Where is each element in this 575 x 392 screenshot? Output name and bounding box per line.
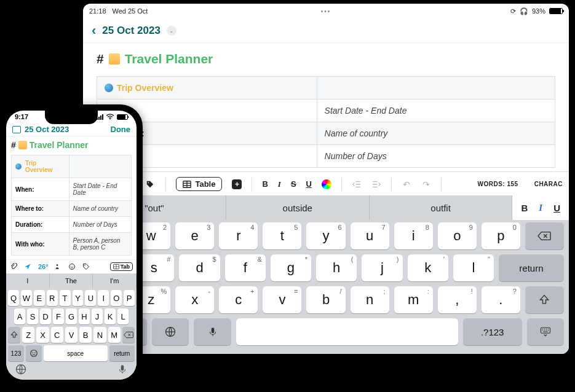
key-d[interactable]: D xyxy=(40,308,51,324)
calendar-icon[interactable] xyxy=(12,126,21,133)
row-label[interactable]: When: xyxy=(12,178,69,201)
backspace-key[interactable] xyxy=(525,222,564,249)
suggestion[interactable]: outside xyxy=(226,195,370,220)
key-u[interactable]: U xyxy=(85,290,96,306)
trip-table[interactable]: Trip Overview When: Start Date - End Dat… xyxy=(11,155,132,256)
key-w[interactable]: W xyxy=(21,290,32,306)
shift-key[interactable] xyxy=(525,286,564,313)
space-key[interactable] xyxy=(236,318,458,345)
emoji-icon[interactable] xyxy=(68,263,77,270)
back-chevron-icon[interactable]: ‹ xyxy=(92,23,96,39)
key-j[interactable]: J xyxy=(92,308,103,324)
key-g[interactable]: G xyxy=(66,308,77,324)
key-j[interactable]: j) xyxy=(362,254,402,281)
key-u[interactable]: u7 xyxy=(351,222,389,249)
suggestion[interactable]: I'm xyxy=(93,273,137,288)
person-icon[interactable] xyxy=(54,263,63,270)
outdent-button[interactable] xyxy=(352,180,362,189)
key-y[interactable]: y6 xyxy=(306,222,345,249)
header-date[interactable]: 25 Oct 2023 xyxy=(25,125,69,134)
key-h[interactable]: h( xyxy=(316,254,357,281)
temperature-chip[interactable]: 26° xyxy=(38,263,49,270)
indent-button[interactable] xyxy=(371,180,381,189)
bold-button[interactable]: B xyxy=(262,179,268,189)
key-p[interactable]: P xyxy=(124,290,135,306)
row-value[interactable]: Start Date - End Date xyxy=(69,178,131,201)
row-label[interactable]: Where to: xyxy=(12,201,69,217)
key-e[interactable]: e3 xyxy=(175,222,214,249)
return-key[interactable]: return xyxy=(109,345,135,361)
key-k[interactable]: k' xyxy=(408,254,448,281)
key-f[interactable]: F xyxy=(53,308,64,324)
key-l[interactable]: l" xyxy=(453,254,494,281)
location-icon[interactable] xyxy=(24,263,33,270)
kbd-underline[interactable]: U xyxy=(553,203,560,213)
key-s[interactable]: S xyxy=(27,308,38,324)
undo-button[interactable]: ↶ xyxy=(402,179,411,189)
italic-button[interactable]: I xyxy=(278,179,281,189)
key-o[interactable]: o9 xyxy=(438,222,477,249)
backspace-key[interactable] xyxy=(122,327,135,343)
key-c[interactable]: c+ xyxy=(219,286,258,313)
key-k[interactable]: K xyxy=(105,308,116,324)
row-label[interactable]: With who: xyxy=(12,233,69,256)
key-i[interactable]: i8 xyxy=(394,222,433,249)
trip-table[interactable]: Trip Overview When: Start Date - End Dat… xyxy=(97,76,555,168)
key-l[interactable]: L xyxy=(117,308,129,324)
key-g[interactable]: g* xyxy=(271,254,311,281)
key-m[interactable]: M xyxy=(108,327,121,343)
row-value[interactable]: Person A, person B, person C xyxy=(69,233,131,256)
color-picker-icon[interactable] xyxy=(322,179,331,189)
globe-key[interactable] xyxy=(15,363,27,375)
suggestion[interactable]: The xyxy=(50,273,93,288)
key-r[interactable]: R xyxy=(47,290,58,306)
row-value[interactable]: Name of country xyxy=(317,122,555,145)
key-,[interactable]: ,! xyxy=(438,286,477,313)
attachment-icon[interactable] xyxy=(10,263,18,270)
key-d[interactable]: d$ xyxy=(179,254,220,281)
key-r[interactable]: r4 xyxy=(219,222,258,249)
tag-icon[interactable] xyxy=(82,263,91,270)
table-button[interactable]: Table xyxy=(176,177,222,191)
row-value[interactable]: Number of Days xyxy=(69,217,131,233)
space-key[interactable]: space xyxy=(44,345,108,361)
key-z[interactable]: Z xyxy=(22,327,34,343)
row-label[interactable]: Duration: xyxy=(12,217,69,233)
key-t[interactable]: t5 xyxy=(263,222,301,249)
multitask-dots-icon[interactable]: ••• xyxy=(321,8,331,15)
kbd-bold[interactable]: B xyxy=(521,203,528,213)
key-n[interactable]: N xyxy=(93,327,106,343)
strike-button[interactable]: S xyxy=(291,179,296,189)
mic-key[interactable] xyxy=(117,364,128,375)
emoji-key[interactable] xyxy=(26,345,42,361)
done-button[interactable]: Done xyxy=(111,125,131,134)
key-.[interactable]: .? xyxy=(482,286,520,313)
key-b[interactable]: B xyxy=(79,327,92,343)
add-block-button[interactable]: + xyxy=(232,179,242,189)
tag-icon[interactable] xyxy=(146,180,156,189)
key-v[interactable]: V xyxy=(65,327,77,343)
table-button[interactable]: Tab xyxy=(110,262,133,271)
key-y[interactable]: Y xyxy=(73,290,84,306)
kbd-italic[interactable]: I xyxy=(539,203,542,213)
table-cell[interactable] xyxy=(317,77,555,100)
key-e[interactable]: E xyxy=(34,290,45,306)
row-value[interactable]: Number of Days xyxy=(317,145,555,168)
key-q[interactable]: Q xyxy=(8,290,19,306)
numbers-key[interactable]: 123 xyxy=(8,345,24,361)
mic-key[interactable] xyxy=(194,318,231,345)
globe-key[interactable] xyxy=(152,318,189,345)
suggestion[interactable]: outfit xyxy=(370,195,513,220)
key-p[interactable]: p0 xyxy=(482,222,520,249)
key-f[interactable]: f& xyxy=(225,254,266,281)
hide-keyboard-key[interactable] xyxy=(527,318,564,345)
redo-button[interactable]: ↷ xyxy=(421,179,431,189)
key-h[interactable]: H xyxy=(79,308,90,324)
symbols-key-right[interactable]: .?123 xyxy=(463,318,522,345)
key-n[interactable]: n; xyxy=(351,286,389,313)
key-t[interactable]: T xyxy=(60,290,71,306)
key-v[interactable]: v= xyxy=(263,286,301,313)
table-cell[interactable] xyxy=(69,155,131,178)
shift-key[interactable] xyxy=(8,327,20,343)
key-a[interactable]: A xyxy=(14,308,25,324)
